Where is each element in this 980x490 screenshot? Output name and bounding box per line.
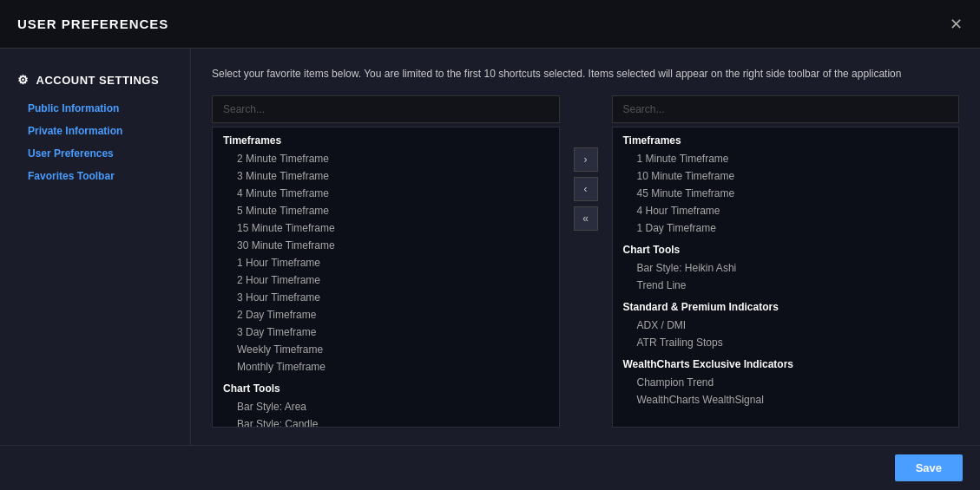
list-item[interactable]: 4 Hour Timeframe (613, 202, 959, 219)
list-item[interactable]: 1 Minute Timeframe (613, 150, 959, 167)
list-item[interactable]: 45 Minute Timeframe (613, 185, 959, 202)
move-right-button[interactable]: › (574, 147, 598, 172)
close-button[interactable]: ✕ (950, 16, 963, 32)
right-search-input[interactable] (612, 95, 960, 123)
right-items-list[interactable]: Timeframes 1 Minute Timeframe 10 Minute … (612, 127, 960, 428)
move-all-left-button[interactable]: « (574, 206, 598, 231)
right-timeframes-header: Timeframes (613, 127, 959, 150)
save-button[interactable]: Save (895, 454, 963, 481)
list-item[interactable]: Trend Line (613, 277, 959, 294)
list-item[interactable]: ATR Trailing Stops (613, 334, 959, 351)
list-item[interactable]: 15 Minute Timeframe (213, 219, 559, 237)
account-settings-section: ⚙ ACCOUNT SETTINGS (0, 66, 190, 94)
account-settings-label: ACCOUNT SETTINGS (36, 74, 160, 87)
list-item[interactable]: 4 Minute Timeframe (213, 185, 559, 202)
list-item[interactable]: 30 Minute Timeframe (213, 237, 559, 254)
right-panel: Timeframes 1 Minute Timeframe 10 Minute … (612, 95, 960, 428)
list-item[interactable]: 3 Day Timeframe (213, 323, 559, 341)
sidebar-item-user-preferences[interactable]: User Preferences (0, 142, 190, 165)
modal-body: ⚙ ACCOUNT SETTINGS Public Information Pr… (0, 49, 980, 445)
sidebar: ⚙ ACCOUNT SETTINGS Public Information Pr… (0, 49, 191, 445)
list-item[interactable]: 2 Minute Timeframe (213, 150, 559, 167)
list-item[interactable]: 10 Minute Timeframe (613, 167, 959, 185)
transfer-buttons: › ‹ « (570, 147, 602, 231)
left-chart-tools-header: Chart Tools (213, 376, 559, 398)
list-item[interactable]: 5 Minute Timeframe (213, 202, 559, 219)
modal-title: USER PREFERENCES (17, 16, 168, 31)
list-item[interactable]: 2 Day Timeframe (213, 306, 559, 323)
list-item[interactable]: 1 Day Timeframe (613, 219, 959, 237)
list-item[interactable]: Bar Style: Candle (213, 415, 559, 428)
left-search-input[interactable] (212, 95, 560, 123)
list-item[interactable]: Bar Style: Heikin Ashi (613, 259, 959, 277)
gear-icon: ⚙ (17, 73, 30, 87)
list-item[interactable]: ADX / DMI (613, 317, 959, 334)
modal-header: USER PREFERENCES ✕ (0, 0, 980, 49)
left-panel: Timeframes 2 Minute Timeframe 3 Minute T… (212, 95, 560, 428)
right-chart-tools-header: Chart Tools (613, 237, 959, 259)
list-item[interactable]: WealthCharts WealthSignal (613, 391, 959, 408)
list-item[interactable]: Champion Trend (613, 374, 959, 391)
modal-footer: Save (0, 445, 980, 490)
list-item[interactable]: 3 Hour Timeframe (213, 289, 559, 306)
right-exclusive-indicators-header: WealthCharts Exclusive Indicators (613, 351, 959, 374)
sidebar-item-favorites-toolbar[interactable]: Favorites Toolbar (0, 165, 190, 187)
list-item[interactable]: 3 Minute Timeframe (213, 167, 559, 185)
move-left-button[interactable]: ‹ (574, 177, 598, 201)
list-item[interactable]: Bar Style: Area (213, 398, 559, 415)
sidebar-item-public-information[interactable]: Public Information (0, 97, 190, 120)
user-preferences-modal: USER PREFERENCES ✕ ⚙ ACCOUNT SETTINGS Pu… (0, 0, 980, 490)
content-area: Select your favorite items below. You ar… (191, 49, 980, 445)
left-timeframes-header: Timeframes (213, 127, 559, 150)
instruction-text: Select your favorite items below. You ar… (212, 66, 959, 82)
right-standard-indicators-header: Standard & Premium Indicators (613, 294, 959, 317)
sidebar-item-private-information[interactable]: Private Information (0, 120, 190, 142)
list-item[interactable]: 1 Hour Timeframe (213, 254, 559, 271)
list-item[interactable]: Weekly Timeframe (213, 341, 559, 358)
left-items-list[interactable]: Timeframes 2 Minute Timeframe 3 Minute T… (212, 127, 560, 428)
list-item[interactable]: Monthly Timeframe (213, 358, 559, 376)
list-item[interactable]: 2 Hour Timeframe (213, 271, 559, 289)
lists-container: Timeframes 2 Minute Timeframe 3 Minute T… (212, 95, 959, 428)
